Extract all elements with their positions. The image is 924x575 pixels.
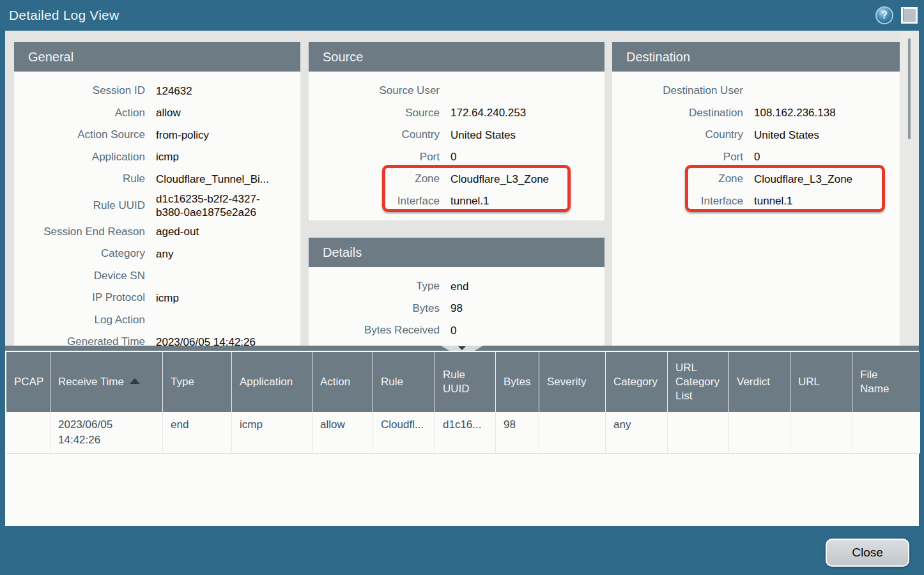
field-label: Bytes Received [309,324,440,337]
field-value: allow [156,104,300,121]
field-row-action-source: Action Sourcefrom-policy [14,124,300,146]
field-value: aged-out [156,223,300,240]
dialog-title: Detailed Log View [9,8,875,23]
column-header-type[interactable]: Type [163,352,232,412]
column-header-receive-time[interactable]: Receive Time [50,352,163,412]
column-label: Rule UUID [443,368,488,396]
cell-url-category-list [668,412,729,454]
cell-receive-time: 2023/06/05 14:42:26 [50,412,163,454]
help-icon[interactable]: ? [875,6,893,24]
field-label: Country [309,128,440,141]
column-header-severity[interactable]: Severity [539,352,606,412]
vertical-scrollbar-thumb[interactable] [908,38,911,139]
detailed-log-view-dialog: { "window": { "title": "Detailed Log Vie… [0,0,924,575]
panel-destination-body: Destination UserDestination108.162.236.1… [612,72,905,346]
field-value: 0 [450,148,604,165]
column-header-bytes[interactable]: Bytes [496,352,539,412]
field-label: Interface [309,195,440,208]
splitter-collapse-icon[interactable] [441,346,483,351]
field-value: any [156,245,300,263]
log-table-area: PCAPReceive TimeTypeApplicationActionRul… [5,351,919,526]
field-value: United States [450,126,604,144]
column-label: Application [240,375,293,389]
field-label: Application [14,151,145,164]
field-value: tunnel.1 [754,192,905,210]
field-row-interface: Interfacetunnel.1 [612,190,905,213]
restore-window-icon-inner [903,8,904,20]
column-header-url[interactable]: URL [790,352,852,412]
column-label: PCAP [14,375,42,389]
cell-rule-uuid: d1c16... [435,412,496,454]
column-header-verdict[interactable]: Verdict [729,352,790,412]
field-row-session-end-reason: Session End Reasonaged-out [14,221,300,243]
field-value [450,89,604,93]
cell-file-name [852,412,920,454]
field-label: Interface [612,195,743,208]
detail-panels-area: General Session ID124632ActionallowActio… [5,31,919,346]
field-label: Action [14,107,145,119]
column-header-category[interactable]: Category [606,352,668,412]
field-label: Destination [612,107,743,119]
field-row-action: Actionallow [14,102,300,125]
panel-general-body: Session ID124632ActionallowAction Source… [14,72,300,346]
field-row-rule-uuid: Rule UUIDd1c16235-b2f2-4327-b380-0ae1875… [14,190,300,221]
log-table: PCAPReceive TimeTypeApplicationActionRul… [6,352,920,454]
field-row-application: Applicationicmp [14,146,300,169]
log-table-header-row: PCAPReceive TimeTypeApplicationActionRul… [6,352,920,412]
column-label: Type [171,375,194,389]
field-row-port: Port0 [309,146,604,169]
field-label: Country [612,128,743,141]
field-row-device-sn: Device SN [14,265,300,288]
log-row[interactable]: 2023/06/05 14:42:26endicmpallowCloudfl..… [6,412,920,454]
column-header-rule[interactable]: Rule [373,352,435,412]
field-label: Generated Time [14,335,145,346]
field-row-session-id: Session ID124632 [14,80,300,102]
field-row-generated-time: Generated Time2023/06/05 14:42:26 [14,331,300,346]
field-value: icmp [156,289,300,307]
column-header-action[interactable]: Action [312,352,373,412]
column-header-url-category-list[interactable]: URL Category List [668,352,729,412]
panel-source-title: Source [309,42,604,72]
panel-details: Details TypeendBytes98Bytes Received0 [309,238,604,346]
field-row-category: Categoryany [14,243,300,265]
field-value [156,274,300,278]
panel-details-body: TypeendBytes98Bytes Received0 [309,267,604,346]
field-label: IP Protocol [14,291,145,304]
field-row-ip-protocol: IP Protocolicmp [14,287,300,309]
close-button[interactable]: Close [826,539,909,567]
field-row-rule: RuleCloudflare_Tunnel_Bi... [14,168,300,190]
vertical-scrollbar[interactable] [900,31,919,346]
field-row-bytes-received: Bytes Received0 [309,319,604,342]
column-header-application[interactable]: Application [232,352,312,412]
splitter[interactable] [5,346,919,351]
restore-window-icon[interactable] [901,7,918,24]
column-header-rule-uuid[interactable]: Rule UUID [435,352,496,412]
panel-source: Source Source UserSource172.64.240.253Co… [309,42,604,220]
field-value: Cloudflare_L3_Zone [754,171,905,188]
field-value: 2023/06/05 14:42:26 [156,334,300,346]
panel-general-title: General [14,42,300,72]
column-header-pcap[interactable]: PCAP [6,352,50,412]
field-value [754,89,905,93]
field-label: Type [309,280,440,293]
column-label: Category [613,375,658,389]
field-value: 108.162.236.138 [754,104,905,121]
field-label: Destination User [612,84,743,97]
field-value: Cloudflare_Tunnel_Bi... [156,171,300,188]
column-label: Bytes [504,375,531,389]
field-value: 0 [754,148,905,165]
field-value: 172.64.240.253 [450,104,604,121]
field-label: Rule [14,172,145,185]
field-label: Port [309,151,440,164]
field-value: end [450,278,604,295]
column-header-file-name[interactable]: File Name [852,352,920,412]
field-value: Cloudflare_L3_Zone [450,171,604,188]
column-label: Severity [547,375,586,389]
field-row-destination: Destination108.162.236.138 [612,102,905,125]
sort-ascending-icon [130,378,140,384]
field-label: Source [309,107,440,119]
log-table-body: 2023/06/05 14:42:26endicmpallowCloudfl..… [6,412,920,454]
cell-rule: Cloudfl... [373,412,435,454]
titlebar: Detailed Log View ? [0,0,924,31]
column-label: Verdict [737,375,770,389]
